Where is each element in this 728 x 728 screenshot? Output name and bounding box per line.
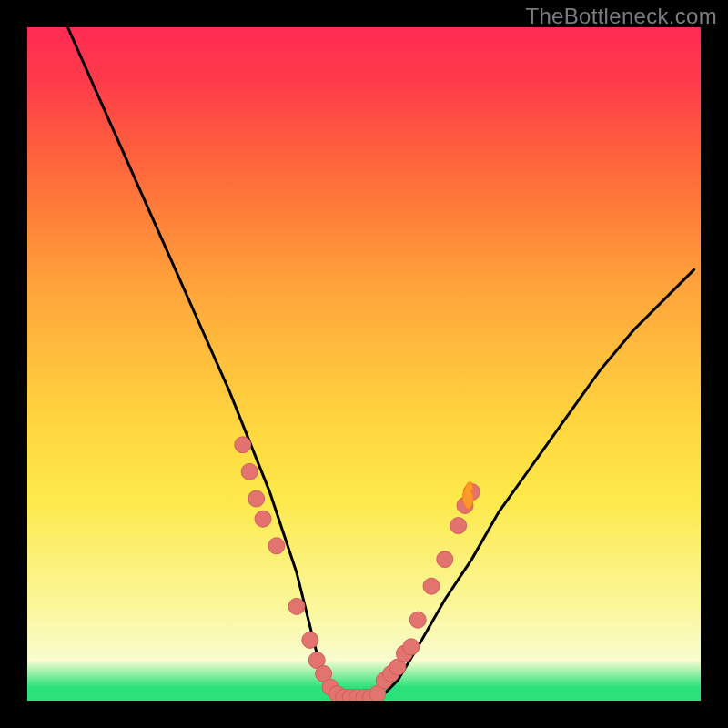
chart-svg xyxy=(27,27,701,701)
marker-point xyxy=(241,463,258,480)
marker-point xyxy=(255,511,271,527)
marker-point xyxy=(248,490,265,507)
marker-point xyxy=(410,612,426,628)
marker-point xyxy=(302,632,318,648)
marker-point xyxy=(403,639,420,655)
marker-point xyxy=(268,538,285,554)
data-markers xyxy=(235,437,480,701)
chart-frame: TheBottleneck.com xyxy=(0,0,728,728)
marker-point xyxy=(288,598,305,614)
plot-area xyxy=(27,27,701,701)
marker-point xyxy=(235,437,251,453)
bottleneck-curve-path xyxy=(67,27,693,701)
marker-point xyxy=(423,578,440,594)
watermark-label: TheBottleneck.com xyxy=(525,4,717,29)
marker-point xyxy=(450,518,467,534)
bottleneck-curve xyxy=(67,27,693,701)
marker-point xyxy=(437,551,453,568)
